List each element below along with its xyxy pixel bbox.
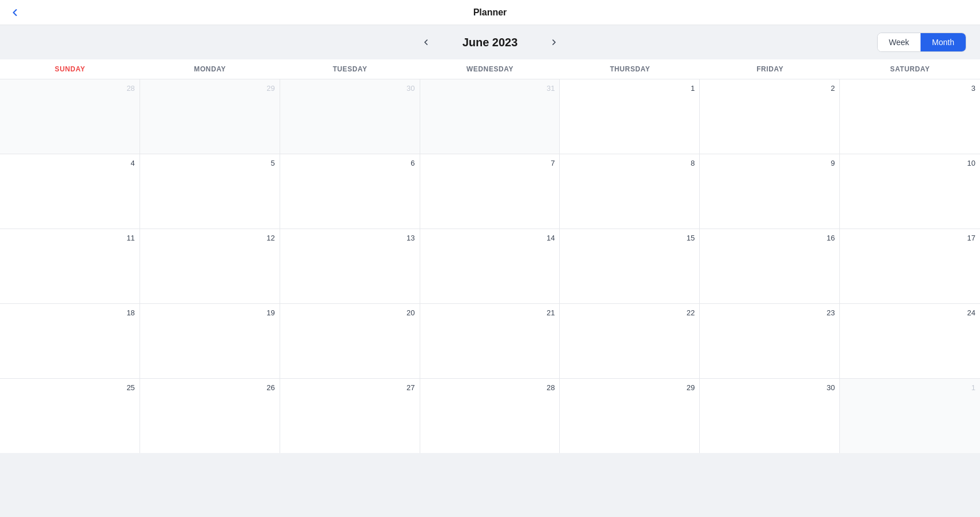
day-number: 1 bbox=[844, 383, 975, 392]
day-cell-w5-d2[interactable]: 26 bbox=[140, 379, 280, 453]
day-cell-w4-d6[interactable]: 23 bbox=[700, 304, 840, 378]
day-number: 22 bbox=[564, 308, 695, 317]
day-cell-w2-d7[interactable]: 10 bbox=[840, 154, 980, 229]
day-cell-w4-d3[interactable]: 20 bbox=[280, 304, 420, 378]
day-number: 28 bbox=[5, 84, 135, 93]
day-cell-w4-d2[interactable]: 19 bbox=[140, 304, 280, 378]
day-number: 4 bbox=[5, 159, 135, 167]
day-cell-w3-d4[interactable]: 14 bbox=[420, 229, 560, 303]
day-number: 3 bbox=[844, 84, 975, 93]
day-cell-w5-d5[interactable]: 29 bbox=[560, 379, 700, 453]
day-number: 31 bbox=[425, 84, 555, 93]
day-cell-w2-d1[interactable]: 4 bbox=[0, 154, 140, 229]
day-number: 13 bbox=[285, 234, 415, 242]
week-view-button[interactable]: Week bbox=[878, 33, 921, 51]
day-number: 19 bbox=[145, 308, 275, 317]
day-number: 28 bbox=[425, 383, 555, 392]
day-cell-w1-d2[interactable]: 29 bbox=[140, 79, 280, 154]
day-cell-w4-d1[interactable]: 18 bbox=[0, 304, 140, 378]
calendar-weeks: 2829303112345678910111213141516171819202… bbox=[0, 79, 980, 453]
day-number: 29 bbox=[145, 84, 275, 93]
header-monday: MONDAY bbox=[140, 59, 280, 79]
week-row-4: 18192021222324 bbox=[0, 304, 980, 379]
day-number: 26 bbox=[145, 383, 275, 392]
day-number: 12 bbox=[145, 234, 275, 242]
back-button[interactable] bbox=[9, 7, 21, 18]
day-number: 21 bbox=[425, 308, 555, 317]
day-cell-w5-d3[interactable]: 27 bbox=[280, 379, 420, 453]
nav-controls: June 2023 bbox=[417, 35, 563, 49]
day-number: 27 bbox=[285, 383, 415, 392]
day-cell-w5-d7[interactable]: 1 bbox=[840, 379, 980, 453]
day-cell-w5-d6[interactable]: 30 bbox=[700, 379, 840, 453]
day-headers-row: SUNDAY MONDAY TUESDAY WEDNESDAY THURSDAY… bbox=[0, 59, 980, 79]
day-cell-w2-d3[interactable]: 6 bbox=[280, 154, 420, 229]
day-cell-w3-d5[interactable]: 15 bbox=[560, 229, 700, 303]
day-cell-w3-d1[interactable]: 11 bbox=[0, 229, 140, 303]
day-cell-w3-d3[interactable]: 13 bbox=[280, 229, 420, 303]
week-row-3: 11121314151617 bbox=[0, 229, 980, 304]
month-view-button[interactable]: Month bbox=[921, 33, 966, 51]
day-number: 16 bbox=[704, 234, 835, 242]
header-tuesday: TUESDAY bbox=[280, 59, 420, 79]
day-cell-w1-d7[interactable]: 3 bbox=[840, 79, 980, 154]
day-cell-w4-d7[interactable]: 24 bbox=[840, 304, 980, 378]
header-thursday: THURSDAY bbox=[560, 59, 700, 79]
day-number: 9 bbox=[704, 159, 835, 167]
day-number: 17 bbox=[844, 234, 975, 242]
day-cell-w3-d7[interactable]: 17 bbox=[840, 229, 980, 303]
calendar-header: June 2023 Week Month bbox=[0, 25, 980, 59]
day-number: 23 bbox=[704, 308, 835, 317]
day-number: 11 bbox=[5, 234, 135, 242]
calendar-grid: SUNDAY MONDAY TUESDAY WEDNESDAY THURSDAY… bbox=[0, 59, 980, 453]
day-cell-w2-d6[interactable]: 9 bbox=[700, 154, 840, 229]
day-cell-w2-d4[interactable]: 7 bbox=[420, 154, 560, 229]
day-cell-w1-d5[interactable]: 1 bbox=[560, 79, 700, 154]
header-friday: FRIDAY bbox=[700, 59, 840, 79]
day-number: 1 bbox=[564, 84, 695, 93]
day-number: 29 bbox=[564, 383, 695, 392]
week-row-1: 28293031123 bbox=[0, 79, 980, 154]
view-toggle: Week Month bbox=[877, 33, 966, 52]
day-number: 7 bbox=[425, 159, 555, 167]
day-cell-w3-d2[interactable]: 12 bbox=[140, 229, 280, 303]
top-bar: Planner bbox=[0, 0, 980, 25]
day-cell-w5-d1[interactable]: 25 bbox=[0, 379, 140, 453]
next-month-button[interactable] bbox=[545, 35, 563, 49]
page-title: Planner bbox=[473, 7, 507, 18]
month-year-label: June 2023 bbox=[444, 36, 536, 49]
prev-month-button[interactable] bbox=[417, 35, 435, 49]
day-number: 18 bbox=[5, 308, 135, 317]
day-cell-w1-d3[interactable]: 30 bbox=[280, 79, 420, 154]
day-cell-w3-d6[interactable]: 16 bbox=[700, 229, 840, 303]
header-saturday: SATURDAY bbox=[840, 59, 980, 79]
day-number: 6 bbox=[285, 159, 415, 167]
day-cell-w1-d4[interactable]: 31 bbox=[420, 79, 560, 154]
day-number: 8 bbox=[564, 159, 695, 167]
week-row-2: 45678910 bbox=[0, 154, 980, 229]
day-number: 14 bbox=[425, 234, 555, 242]
day-cell-w5-d4[interactable]: 28 bbox=[420, 379, 560, 453]
day-number: 25 bbox=[5, 383, 135, 392]
day-number: 10 bbox=[844, 159, 975, 167]
day-number: 20 bbox=[285, 308, 415, 317]
header-sunday: SUNDAY bbox=[0, 59, 140, 79]
day-number: 24 bbox=[844, 308, 975, 317]
day-number: 30 bbox=[704, 383, 835, 392]
day-number: 15 bbox=[564, 234, 695, 242]
week-row-5: 2526272829301 bbox=[0, 379, 980, 453]
day-number: 5 bbox=[145, 159, 275, 167]
day-number: 2 bbox=[704, 84, 835, 93]
header-wednesday: WEDNESDAY bbox=[420, 59, 560, 79]
day-number: 30 bbox=[285, 84, 415, 93]
day-cell-w4-d5[interactable]: 22 bbox=[560, 304, 700, 378]
day-cell-w1-d1[interactable]: 28 bbox=[0, 79, 140, 154]
day-cell-w2-d5[interactable]: 8 bbox=[560, 154, 700, 229]
day-cell-w4-d4[interactable]: 21 bbox=[420, 304, 560, 378]
day-cell-w1-d6[interactable]: 2 bbox=[700, 79, 840, 154]
day-cell-w2-d2[interactable]: 5 bbox=[140, 154, 280, 229]
